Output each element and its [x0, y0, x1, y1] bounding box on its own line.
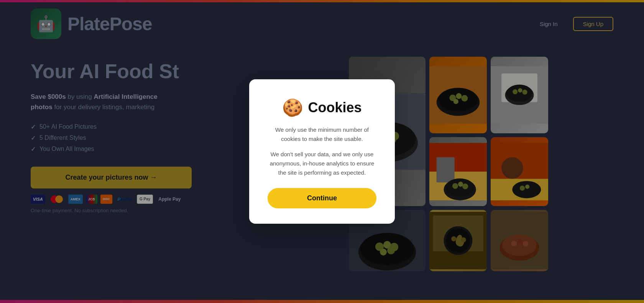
cookie-modal: 🍪 Cookies We only use the minimum number…	[249, 79, 395, 224]
modal-overlay: 🍪 Cookies We only use the minimum number…	[0, 0, 644, 303]
modal-title: Cookies	[308, 100, 361, 116]
modal-header: 🍪 Cookies	[268, 98, 376, 118]
cookie-icon: 🍪	[282, 98, 303, 118]
modal-text-1: We only use the minimum number of cookie…	[268, 125, 376, 144]
continue-button[interactable]: Continue	[268, 188, 376, 208]
modal-text-2: We don't sell your data, and we only use…	[268, 150, 376, 177]
